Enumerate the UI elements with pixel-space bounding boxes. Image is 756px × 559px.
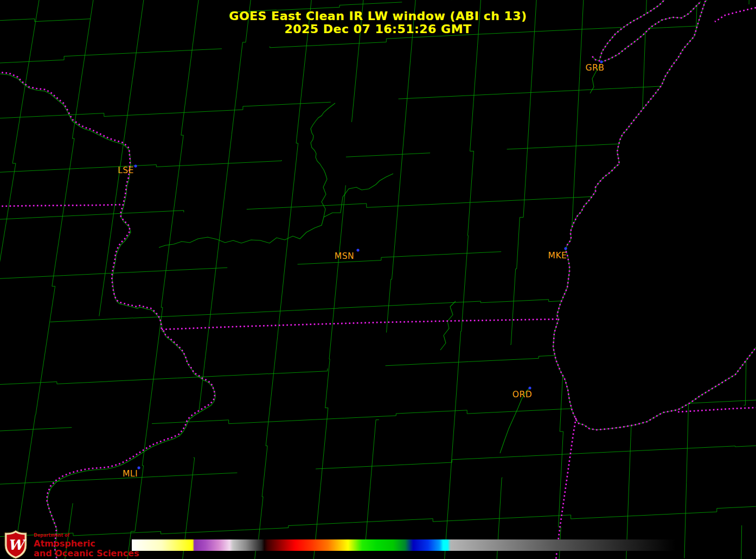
station-dot-grb: [600, 61, 603, 63]
satellite-image-viewport[interactable]: GOES East Clean IR LW window (ABI ch 13)…: [0, 0, 756, 559]
logo-name-line2: and Oceanic Sciences: [34, 549, 139, 558]
station-dot-mli: [138, 467, 140, 469]
logo-dept-text: Department of: [34, 533, 139, 538]
uw-aos-logo-link[interactable]: W Department of Atmospheric and Oceanic …: [4, 530, 139, 559]
uw-crest-icon: W: [4, 530, 27, 559]
station-dot-msn: [357, 249, 360, 252]
indiana-michigan-border: [678, 408, 756, 412]
rock-river: [440, 301, 456, 350]
satellite-map[interactable]: [0, 0, 756, 559]
illinois-indiana-border: [556, 418, 576, 559]
lower-wisconsin-river: [159, 217, 324, 247]
logo-name-line1: Atmospheric: [34, 539, 139, 548]
temperature-colorbar: [132, 539, 675, 551]
minnesota-iowa-border: [0, 205, 123, 206]
crest-letter: W: [8, 537, 27, 553]
station-label-grb: GRB: [586, 63, 605, 73]
station-dot-ord: [529, 387, 531, 390]
station-label-lse: LSE: [118, 166, 134, 175]
station-dot-mke: [565, 247, 567, 250]
station-label-ord: ORD: [512, 390, 532, 399]
river-lines-layer: [159, 64, 601, 453]
station-label-msn: MSN: [335, 251, 354, 261]
station-label-mke: MKE: [548, 251, 567, 261]
station-label-mli: MLI: [123, 469, 138, 479]
station-dot-lse: [134, 165, 137, 168]
wisconsin-illinois-border: [162, 319, 559, 329]
lake-michigan-water: [553, 0, 756, 430]
